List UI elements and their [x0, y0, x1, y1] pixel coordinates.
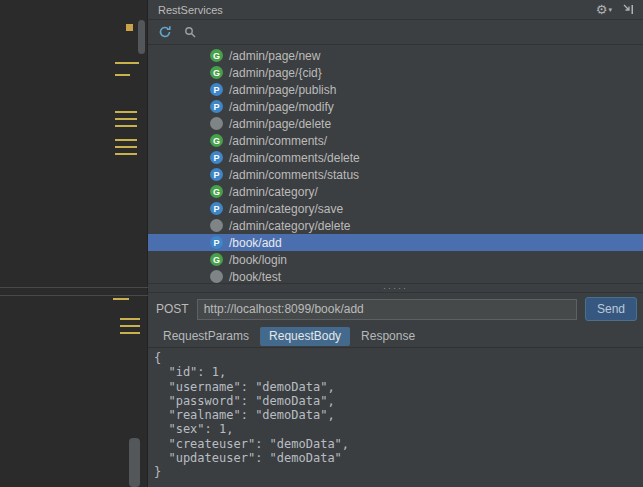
endpoint-path: /admin/page/new: [229, 49, 320, 63]
endpoint-path: /admin/comments/status: [229, 168, 359, 182]
endpoint-row[interactable]: P/admin/category/save: [148, 200, 643, 217]
endpoint-tree[interactable]: G/admin/page/newG/admin/page/{cid}P/admi…: [148, 45, 643, 283]
editor-scrollbar-thumb[interactable]: [138, 20, 145, 54]
editor-highlight-marker: [115, 111, 137, 113]
post-method-icon: P: [210, 168, 223, 181]
editor-highlight-marker: [115, 74, 130, 76]
url-input[interactable]: [197, 299, 577, 320]
restservices-panel: RestServices ⚙▾: [148, 0, 643, 487]
endpoint-row[interactable]: /book/test: [148, 268, 643, 283]
panel-toolbar: [148, 20, 643, 45]
endpoint-row[interactable]: G/admin/page/{cid}: [148, 64, 643, 81]
editor-highlight-marker: [120, 325, 140, 327]
post-method-icon: P: [210, 83, 223, 96]
get-method-icon: G: [210, 66, 223, 79]
editor-highlight-marker: [120, 318, 140, 320]
editor-area[interactable]: [0, 0, 148, 487]
endpoint-row[interactable]: G/admin/page/new: [148, 47, 643, 64]
endpoint-row[interactable]: P/admin/comments/delete: [148, 149, 643, 166]
endpoint-path: /admin/category/save: [229, 202, 343, 216]
chevron-down-icon: ▾: [608, 6, 612, 13]
gear-icon[interactable]: ⚙▾: [596, 3, 612, 16]
tab-response[interactable]: Response: [352, 327, 424, 346]
editor-highlight-marker: [115, 139, 137, 141]
endpoint-row[interactable]: P/book/add: [148, 234, 643, 251]
editor-highlight-marker: [120, 332, 140, 334]
splitter-handle: ·····: [383, 285, 408, 291]
editor-scrollbar-thumb-bottom[interactable]: [129, 438, 140, 487]
editor-highlight-marker: [115, 146, 137, 148]
endpoint-row[interactable]: /admin/page/delete: [148, 115, 643, 132]
request-bar: POST Send: [148, 293, 643, 325]
other-method-icon: [210, 270, 223, 283]
tab-requestbody[interactable]: RequestBody: [260, 327, 350, 346]
editor-highlight-marker: [113, 298, 129, 300]
endpoint-row[interactable]: /admin/category/delete: [148, 217, 643, 234]
get-method-icon: G: [210, 185, 223, 198]
editor-highlight-marker: [115, 118, 137, 120]
endpoint-row[interactable]: G/admin/comments/: [148, 132, 643, 149]
endpoint-path: /book/add: [229, 236, 282, 250]
editor-highlight-marker: [115, 125, 137, 127]
endpoint-path: /admin/page/modify: [229, 100, 334, 114]
endpoint-path: /admin/page/delete: [229, 117, 331, 131]
endpoint-path: /admin/category/: [229, 185, 318, 199]
endpoint-path: /admin/page/publish: [229, 83, 336, 97]
endpoint-row[interactable]: P/admin/page/modify: [148, 98, 643, 115]
panel-title: RestServices: [158, 4, 596, 16]
get-method-icon: G: [210, 253, 223, 266]
editor-highlight-marker: [115, 153, 137, 155]
editor-split-line: [0, 295, 148, 296]
editor-split-line: [0, 287, 148, 288]
panel-header: RestServices ⚙▾: [148, 0, 643, 20]
refresh-icon[interactable]: [158, 25, 172, 39]
post-method-icon: P: [210, 151, 223, 164]
send-button[interactable]: Send: [585, 297, 637, 321]
http-method-label: POST: [154, 302, 189, 316]
endpoint-path: /admin/page/{cid}: [229, 66, 322, 80]
endpoint-path: /admin/comments/: [229, 134, 327, 148]
panel-splitter[interactable]: ·····: [148, 283, 643, 293]
endpoint-row[interactable]: P/admin/page/publish: [148, 81, 643, 98]
post-method-icon: P: [210, 100, 223, 113]
get-method-icon: G: [210, 49, 223, 62]
panel-header-actions: ⚙▾: [596, 3, 635, 16]
request-tabs: RequestParamsRequestBodyResponse: [148, 325, 643, 347]
ide-screen: RestServices ⚙▾: [0, 0, 643, 487]
request-body-area: { "id": 1, "username": "demoData", "pass…: [148, 347, 643, 487]
endpoint-path: /admin/comments/delete: [229, 151, 360, 165]
other-method-icon: [210, 117, 223, 130]
endpoint-row[interactable]: G/book/login: [148, 251, 643, 268]
request-body-editor[interactable]: { "id": 1, "username": "demoData", "pass…: [148, 348, 643, 483]
search-icon[interactable]: [184, 26, 197, 39]
endpoint-path: /admin/category/delete: [229, 219, 350, 233]
endpoint-row[interactable]: P/admin/comments/status: [148, 166, 643, 183]
get-method-icon: G: [210, 134, 223, 147]
other-method-icon: [210, 219, 223, 232]
post-method-icon: P: [210, 202, 223, 215]
hide-icon[interactable]: [622, 3, 635, 16]
endpoint-path: /book/login: [229, 253, 287, 267]
tab-requestparams[interactable]: RequestParams: [154, 327, 258, 346]
editor-bookmark-marker: [126, 24, 133, 31]
editor-highlight-marker: [115, 62, 139, 64]
endpoint-row[interactable]: G/admin/category/: [148, 183, 643, 200]
post-method-icon: P: [210, 236, 223, 249]
endpoint-path: /book/test: [229, 270, 281, 284]
